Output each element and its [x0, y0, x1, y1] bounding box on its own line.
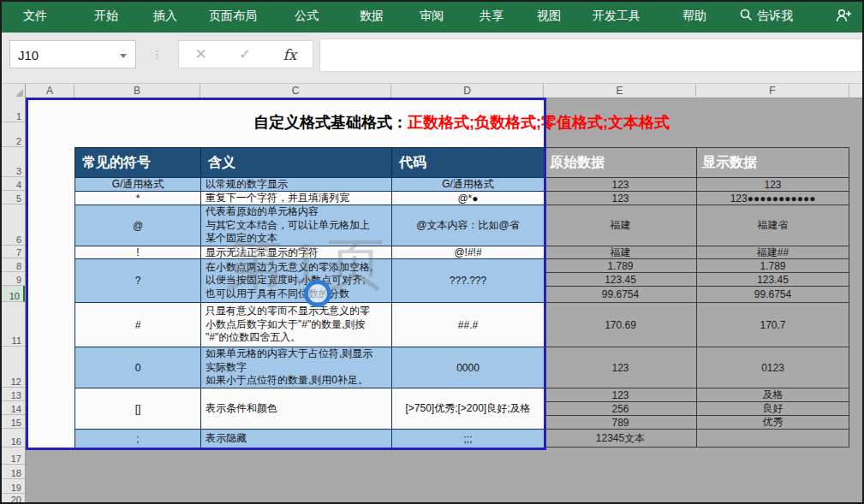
cell-original[interactable]: 1.789 — [544, 258, 696, 272]
cell-original[interactable]: 123 — [544, 191, 696, 205]
tab-insert[interactable]: 插入 — [153, 9, 177, 24]
column-header-d[interactable]: D — [391, 84, 544, 98]
select-all-corner[interactable] — [2, 84, 26, 98]
row-header-15[interactable]: 15 — [2, 415, 25, 429]
add-person-icon[interactable] — [834, 7, 853, 26]
row-header-4[interactable]: 4 — [2, 177, 25, 191]
cell-code[interactable]: @*● — [391, 191, 544, 205]
cell-meaning[interactable]: 以常规的数字显示 — [200, 177, 391, 191]
cell-e3-original-header[interactable]: 原始数据 — [544, 147, 696, 177]
cell-b3-symbol-header[interactable]: 常见的符号 — [74, 147, 200, 177]
cell-display[interactable]: 123 — [696, 177, 849, 191]
cell-meaning[interactable]: 代表着原始的单元格内容 与其它文本结合，可以让单元格加上 某个固定的文本 — [200, 205, 391, 246]
cell-display[interactable]: 170.7 — [696, 302, 849, 347]
cell-code[interactable]: [>750]优秀;[>200]良好;及格 — [391, 388, 544, 429]
row-header-18[interactable]: 18 — [2, 465, 25, 479]
cell-display[interactable]: 123●●●●●●●●●●● — [696, 191, 849, 205]
cell-original[interactable]: 123 — [544, 388, 696, 401]
cell-original[interactable]: 789 — [544, 415, 696, 429]
search-icon[interactable] — [738, 8, 754, 23]
row-header-19[interactable]: 19 — [2, 479, 25, 494]
row-header-14[interactable]: 14 — [2, 401, 25, 415]
cell-display[interactable] — [696, 429, 849, 448]
insert-function-button[interactable]: fx — [283, 46, 297, 63]
cell-code[interactable]: G/通用格式 — [391, 177, 544, 191]
cell-display[interactable]: 99.6754 — [696, 286, 849, 302]
cell-c3-meaning-header[interactable]: 含义 — [200, 147, 391, 177]
name-box[interactable]: J10 — [9, 40, 136, 68]
row-header-13[interactable]: 13 — [2, 388, 25, 401]
row-header-20[interactable]: 20 — [2, 494, 25, 504]
column-header-b[interactable]: B — [74, 84, 200, 98]
row-header-2[interactable]: 2 — [2, 122, 25, 147]
cell-code[interactable]: ???.??? — [391, 258, 544, 302]
cell-display[interactable]: 福建省 — [696, 205, 849, 246]
cell-display[interactable]: 1.789 — [696, 258, 849, 272]
cell-meaning[interactable]: 只显有意义的零而不显示无意义的零 小数点后数字如大于"#"的数量,则按 "#"的… — [200, 302, 391, 347]
cell-meaning[interactable]: 显示无法正常显示的字符 — [200, 246, 391, 258]
cell-original[interactable]: 170.69 — [544, 302, 696, 347]
cell-original[interactable]: 12345文本 — [544, 429, 696, 448]
column-header-a[interactable]: A — [26, 84, 74, 98]
cell-symbol[interactable]: G/通用格式 — [74, 177, 200, 191]
tab-page-layout[interactable]: 页面布局 — [209, 9, 257, 24]
row-header-8[interactable]: 8 — [2, 258, 25, 272]
enter-button[interactable]: ✓ — [239, 45, 251, 63]
column-header-f[interactable]: F — [696, 84, 849, 98]
cell-meaning[interactable]: 重复下一个字符，并且填满列宽 — [200, 191, 391, 205]
name-box-caret-icon[interactable] — [120, 54, 127, 58]
cell-display[interactable]: 福建## — [696, 246, 849, 258]
cell-symbol[interactable]: [] — [74, 388, 200, 429]
cancel-button[interactable]: ✕ — [195, 45, 207, 63]
row-header-7[interactable]: 7 — [2, 246, 25, 258]
cell-display[interactable]: 123.45 — [696, 272, 849, 286]
sheet-title[interactable]: 自定义格式基础格式：正数格式;负数格式;零值格式;文本格式 — [119, 112, 804, 133]
cell-meaning[interactable]: 表示隐藏 — [200, 429, 391, 448]
row-header-10[interactable]: 10 — [2, 286, 25, 302]
row-header-6[interactable]: 6 — [2, 205, 25, 246]
cell-symbol[interactable]: # — [74, 302, 200, 347]
cell-d3-code-header[interactable]: 代码 — [391, 147, 544, 177]
cell-original[interactable]: 123 — [544, 177, 696, 191]
cell-original[interactable]: 123 — [544, 347, 696, 388]
tab-home[interactable]: 开始 — [94, 9, 118, 24]
tab-data[interactable]: 数据 — [360, 9, 384, 24]
tab-developer[interactable]: 开发工具 — [593, 9, 641, 24]
cell-symbol[interactable]: @ — [74, 205, 200, 246]
tab-view[interactable]: 视图 — [537, 9, 561, 24]
column-header-c[interactable]: C — [200, 84, 391, 98]
cell-symbol[interactable]: ? — [74, 258, 200, 302]
row-header-17[interactable]: 17 — [2, 450, 25, 465]
cell-code[interactable]: @文本内容：比如@省 — [391, 205, 544, 246]
tab-formulas[interactable]: 公式 — [295, 9, 319, 24]
cell-original[interactable]: 99.6754 — [544, 286, 696, 302]
cell-code[interactable]: 0000 — [391, 347, 544, 388]
cell-display[interactable]: 优秀 — [696, 415, 849, 429]
cell-meaning[interactable]: 表示条件和颜色 — [200, 388, 391, 429]
formula-bar-handle[interactable]: ⋮ — [152, 40, 163, 68]
tab-review[interactable]: 审阅 — [420, 9, 444, 24]
tab-help[interactable]: 帮助 — [682, 9, 706, 24]
cell-meaning[interactable]: 如果单元格的内容大于占位符,则显示 实际数字 如果小于点位符的数量,则用0补足。 — [200, 347, 391, 388]
cell-symbol[interactable]: ! — [74, 246, 200, 258]
cell-display[interactable]: 0123 — [696, 347, 849, 388]
cell-symbol[interactable]: * — [74, 191, 200, 205]
row-header-3[interactable]: 3 — [2, 147, 25, 177]
row-header-12[interactable]: 12 — [2, 347, 25, 388]
cell-meaning[interactable]: 在小数点两边为无意义的零添加空格, 以便当按固定宽度时,小数点可对齐; 也可以用… — [200, 258, 391, 302]
tell-me-label[interactable]: 告诉我 — [757, 9, 793, 24]
cell-code[interactable]: @!#!# — [391, 246, 544, 258]
cell-original[interactable]: 福建 — [544, 205, 696, 246]
formula-input[interactable] — [319, 39, 864, 72]
cell-f3-display-header[interactable]: 显示数据 — [696, 147, 849, 177]
tab-file[interactable]: 文件 — [23, 9, 47, 24]
row-header-11[interactable]: 11 — [2, 302, 25, 347]
column-header-e[interactable]: E — [544, 84, 696, 98]
cell-symbol[interactable]: ; — [74, 429, 200, 448]
tab-share[interactable]: 共享 — [480, 9, 504, 24]
cell-original[interactable]: 123.45 — [544, 272, 696, 286]
cell-display[interactable]: 及格 — [696, 388, 849, 401]
row-header-1[interactable]: 1 — [2, 98, 25, 122]
cell-original[interactable]: 福建 — [544, 246, 696, 258]
row-header-9[interactable]: 9 — [2, 272, 25, 286]
